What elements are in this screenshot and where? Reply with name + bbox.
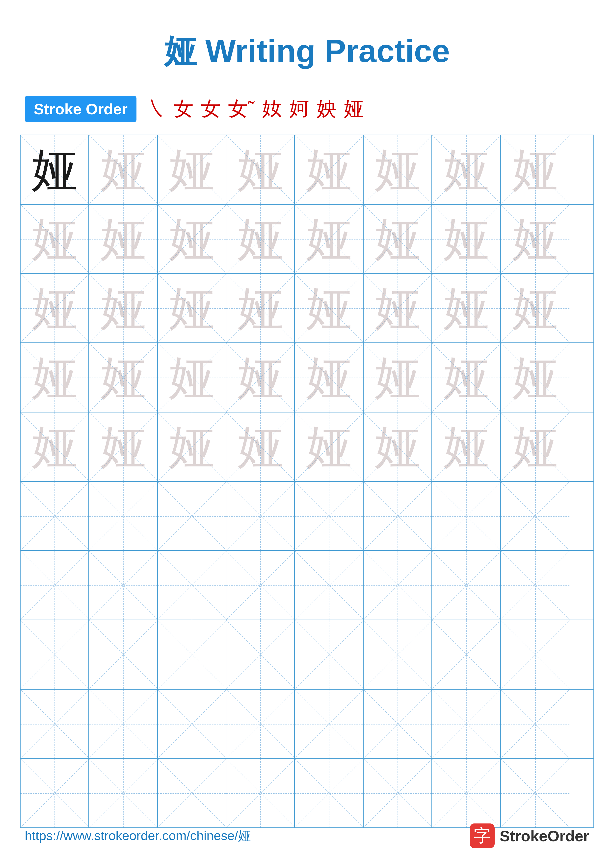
grid-cell[interactable] — [432, 620, 501, 689]
grid-cell[interactable] — [501, 690, 569, 758]
grid-cell[interactable] — [501, 620, 569, 689]
svg-line-105 — [295, 551, 363, 620]
svg-line-135 — [226, 690, 294, 758]
practice-char: 娅 — [238, 424, 283, 470]
grid-cell[interactable] — [89, 690, 158, 758]
logo-text: StrokeOrder — [500, 827, 589, 845]
grid-cell[interactable]: 娅 — [295, 274, 364, 343]
grid-cell[interactable]: 娅 — [364, 274, 432, 343]
grid-cell[interactable]: 娅 — [89, 343, 158, 412]
grid-cell[interactable]: 娅 — [158, 135, 226, 204]
footer-url[interactable]: https://www.strokeorder.com/chinese/娅 — [25, 827, 251, 845]
grid-cell[interactable] — [226, 759, 295, 828]
grid-cell[interactable] — [432, 759, 501, 828]
grid-cell[interactable] — [226, 620, 295, 689]
grid-cell[interactable]: 娅 — [20, 205, 89, 273]
grid-cell[interactable] — [226, 482, 295, 550]
practice-char: 娅 — [100, 216, 146, 262]
grid-cell[interactable] — [89, 482, 158, 550]
grid-cell[interactable] — [295, 690, 364, 758]
grid-cell[interactable] — [158, 690, 226, 758]
svg-line-97 — [20, 551, 89, 620]
grid-cell[interactable]: 娅 — [89, 412, 158, 481]
grid-cell[interactable]: 娅 — [364, 205, 432, 273]
grid-row — [20, 482, 594, 551]
grid-cell[interactable]: 娅 — [20, 135, 89, 204]
grid-cell[interactable] — [432, 690, 501, 758]
grid-cell[interactable]: 娅 — [89, 205, 158, 273]
grid-cell[interactable]: 娅 — [226, 135, 295, 204]
grid-cell[interactable]: 娅 — [364, 343, 432, 412]
grid-cell[interactable] — [432, 482, 501, 550]
grid-cell[interactable]: 娅 — [501, 135, 569, 204]
grid-cell[interactable] — [364, 759, 432, 828]
grid-cell[interactable] — [295, 551, 364, 620]
grid-cell[interactable]: 娅 — [158, 205, 226, 273]
grid-cell[interactable] — [20, 551, 89, 620]
grid-cell[interactable] — [20, 482, 89, 550]
grid-cell[interactable] — [158, 482, 226, 550]
grid-cell[interactable]: 娅 — [295, 135, 364, 204]
title-text: Writing Practice — [205, 33, 450, 69]
grid-cell[interactable] — [158, 620, 226, 689]
grid-cell[interactable] — [501, 759, 569, 828]
grid-cell[interactable] — [432, 551, 501, 620]
grid-cell[interactable] — [226, 551, 295, 620]
grid-cell[interactable] — [89, 551, 158, 620]
grid-cell[interactable] — [89, 759, 158, 828]
grid-cell[interactable] — [295, 482, 364, 550]
grid-cell[interactable]: 娅 — [20, 343, 89, 412]
grid-cell[interactable]: 娅 — [158, 274, 226, 343]
grid-cell[interactable]: 娅 — [295, 343, 364, 412]
grid-cell[interactable]: 娅 — [432, 412, 501, 481]
grid-cell[interactable] — [364, 482, 432, 550]
svg-line-125 — [432, 620, 500, 689]
grid-cell[interactable]: 娅 — [364, 135, 432, 204]
stroke-5: 奻 — [262, 96, 282, 122]
grid-cell[interactable] — [364, 551, 432, 620]
grid-cell[interactable] — [158, 551, 226, 620]
grid-cell[interactable] — [20, 620, 89, 689]
grid-cell[interactable]: 娅 — [20, 274, 89, 343]
svg-line-89 — [295, 482, 363, 550]
stroke-1: ㇏ — [146, 96, 166, 122]
grid-cell[interactable]: 娅 — [158, 412, 226, 481]
grid-cell[interactable]: 娅 — [432, 205, 501, 273]
grid-cell[interactable]: 娅 — [432, 135, 501, 204]
grid-cell[interactable]: 娅 — [226, 343, 295, 412]
grid-cell[interactable] — [158, 759, 226, 828]
grid-cell[interactable]: 娅 — [295, 412, 364, 481]
grid-cell[interactable]: 娅 — [364, 412, 432, 481]
logo-char: 字 — [474, 824, 491, 848]
grid-cell[interactable]: 娅 — [501, 274, 569, 343]
svg-line-136 — [295, 690, 363, 758]
grid-cell[interactable] — [364, 620, 432, 689]
grid-cell[interactable] — [295, 759, 364, 828]
grid-cell[interactable]: 娅 — [501, 205, 569, 273]
grid-cell[interactable]: 娅 — [226, 412, 295, 481]
grid-cell[interactable] — [501, 482, 569, 550]
grid-cell[interactable]: 娅 — [295, 205, 364, 273]
grid-cell[interactable] — [89, 620, 158, 689]
grid-cell[interactable]: 娅 — [89, 274, 158, 343]
grid-cell[interactable]: 娅 — [20, 412, 89, 481]
grid-cell[interactable] — [20, 759, 89, 828]
grid-cell[interactable]: 娅 — [158, 343, 226, 412]
grid-cell[interactable] — [295, 620, 364, 689]
grid-cell[interactable]: 娅 — [501, 343, 569, 412]
stroke-order-row: Stroke Order ㇏ 女 女 女˜ 奻 妸 姎 娅 — [0, 88, 614, 135]
grid-cell[interactable]: 娅 — [501, 412, 569, 481]
grid-cell[interactable]: 娅 — [226, 274, 295, 343]
grid-cell[interactable] — [226, 690, 295, 758]
grid-cell[interactable] — [501, 551, 569, 620]
stroke-2: 女 — [174, 96, 193, 122]
grid-cell[interactable] — [364, 690, 432, 758]
grid-cell[interactable]: 娅 — [89, 135, 158, 204]
svg-line-118 — [226, 620, 294, 689]
grid-cell[interactable]: 娅 — [432, 343, 501, 412]
grid-cell[interactable]: 娅 — [226, 205, 295, 273]
practice-char: 娅 — [32, 285, 78, 331]
grid-cell[interactable]: 娅 — [432, 274, 501, 343]
grid-cell[interactable] — [20, 690, 89, 758]
svg-line-148 — [158, 759, 225, 828]
